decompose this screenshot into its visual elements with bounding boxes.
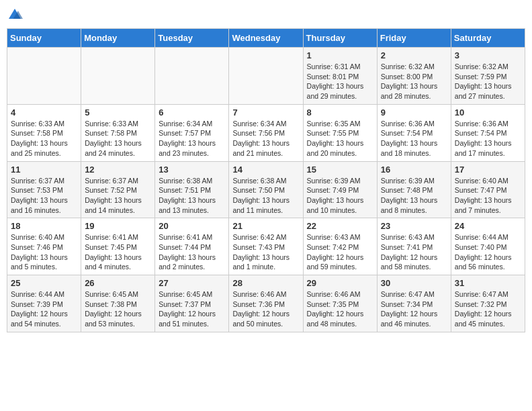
day-number: 27 — [159, 278, 225, 288]
calendar-cell: 3Sunrise: 6:32 AM Sunset: 7:59 PM Daylig… — [451, 48, 525, 105]
calendar-cell — [7, 48, 81, 105]
calendar-cell: 22Sunrise: 6:43 AM Sunset: 7:42 PM Dayli… — [303, 218, 377, 275]
day-number: 22 — [307, 221, 373, 231]
day-info: Sunrise: 6:38 AM Sunset: 7:51 PM Dayligh… — [159, 176, 225, 216]
day-number: 16 — [381, 165, 447, 175]
calendar-week-row: 11Sunrise: 6:37 AM Sunset: 7:53 PM Dayli… — [7, 161, 525, 218]
calendar-cell: 7Sunrise: 6:34 AM Sunset: 7:56 PM Daylig… — [229, 104, 303, 161]
day-info: Sunrise: 6:46 AM Sunset: 7:35 PM Dayligh… — [307, 289, 373, 329]
day-number: 5 — [85, 107, 151, 118]
day-number: 25 — [11, 278, 77, 288]
day-number: 2 — [381, 50, 447, 60]
day-number: 20 — [159, 221, 225, 231]
day-number: 11 — [11, 165, 77, 175]
calendar-cell: 13Sunrise: 6:38 AM Sunset: 7:51 PM Dayli… — [155, 161, 229, 218]
weekday-header-thursday: Thursday — [303, 29, 377, 48]
day-number: 6 — [159, 107, 225, 118]
calendar-cell — [229, 48, 303, 105]
calendar-cell: 26Sunrise: 6:45 AM Sunset: 7:38 PM Dayli… — [81, 275, 155, 332]
calendar-cell: 16Sunrise: 6:39 AM Sunset: 7:48 PM Dayli… — [377, 161, 451, 218]
day-number: 24 — [455, 221, 521, 231]
day-number: 13 — [159, 165, 225, 175]
day-info: Sunrise: 6:32 AM Sunset: 8:00 PM Dayligh… — [381, 62, 447, 101]
calendar-cell: 15Sunrise: 6:39 AM Sunset: 7:49 PM Dayli… — [303, 161, 377, 218]
calendar-week-row: 1Sunrise: 6:31 AM Sunset: 8:01 PM Daylig… — [7, 48, 525, 105]
day-number: 17 — [455, 165, 521, 175]
day-info: Sunrise: 6:33 AM Sunset: 7:58 PM Dayligh… — [11, 119, 77, 158]
weekday-header-sunday: Sunday — [7, 29, 81, 48]
day-info: Sunrise: 6:38 AM Sunset: 7:50 PM Dayligh… — [232, 176, 299, 216]
day-number: 21 — [232, 221, 299, 231]
day-info: Sunrise: 6:32 AM Sunset: 7:59 PM Dayligh… — [455, 62, 521, 101]
day-number: 3 — [455, 50, 521, 60]
day-info: Sunrise: 6:45 AM Sunset: 7:38 PM Dayligh… — [85, 289, 151, 329]
day-number: 4 — [11, 107, 77, 118]
day-number: 15 — [307, 165, 373, 175]
day-number: 9 — [381, 107, 447, 118]
day-number: 26 — [85, 278, 151, 288]
calendar-cell: 21Sunrise: 6:42 AM Sunset: 7:43 PM Dayli… — [229, 218, 303, 275]
day-info: Sunrise: 6:39 AM Sunset: 7:49 PM Dayligh… — [307, 176, 373, 216]
day-info: Sunrise: 6:37 AM Sunset: 7:52 PM Dayligh… — [85, 176, 151, 216]
day-info: Sunrise: 6:40 AM Sunset: 7:47 PM Dayligh… — [455, 176, 521, 216]
calendar-cell: 4Sunrise: 6:33 AM Sunset: 7:58 PM Daylig… — [7, 104, 81, 161]
day-number: 14 — [232, 165, 299, 175]
logo-icon — [7, 7, 23, 23]
calendar-cell: 17Sunrise: 6:40 AM Sunset: 7:47 PM Dayli… — [451, 161, 525, 218]
calendar-cell: 14Sunrise: 6:38 AM Sunset: 7:50 PM Dayli… — [229, 161, 303, 218]
calendar-cell — [155, 48, 229, 105]
day-number: 30 — [381, 278, 447, 288]
calendar-cell: 11Sunrise: 6:37 AM Sunset: 7:53 PM Dayli… — [7, 161, 81, 218]
day-info: Sunrise: 6:41 AM Sunset: 7:45 PM Dayligh… — [85, 232, 151, 272]
calendar-cell — [81, 48, 155, 105]
day-number: 31 — [455, 278, 521, 288]
weekday-header-wednesday: Wednesday — [229, 29, 303, 48]
calendar-cell: 2Sunrise: 6:32 AM Sunset: 8:00 PM Daylig… — [377, 48, 451, 105]
calendar-cell: 1Sunrise: 6:31 AM Sunset: 8:01 PM Daylig… — [303, 48, 377, 105]
day-info: Sunrise: 6:35 AM Sunset: 7:55 PM Dayligh… — [307, 119, 373, 158]
calendar-cell: 5Sunrise: 6:33 AM Sunset: 7:58 PM Daylig… — [81, 104, 155, 161]
day-number: 1 — [307, 50, 373, 60]
calendar-cell: 6Sunrise: 6:34 AM Sunset: 7:57 PM Daylig… — [155, 104, 229, 161]
day-info: Sunrise: 6:39 AM Sunset: 7:48 PM Dayligh… — [381, 176, 447, 216]
day-info: Sunrise: 6:31 AM Sunset: 8:01 PM Dayligh… — [307, 62, 373, 101]
calendar-cell: 30Sunrise: 6:47 AM Sunset: 7:34 PM Dayli… — [377, 275, 451, 332]
calendar-cell: 29Sunrise: 6:46 AM Sunset: 7:35 PM Dayli… — [303, 275, 377, 332]
day-number: 18 — [11, 221, 77, 231]
calendar-cell: 31Sunrise: 6:47 AM Sunset: 7:32 PM Dayli… — [451, 275, 525, 332]
day-number: 7 — [232, 107, 299, 118]
calendar-week-row: 18Sunrise: 6:40 AM Sunset: 7:46 PM Dayli… — [7, 218, 525, 275]
calendar-week-row: 4Sunrise: 6:33 AM Sunset: 7:58 PM Daylig… — [7, 104, 525, 161]
day-number: 10 — [455, 107, 521, 118]
day-info: Sunrise: 6:37 AM Sunset: 7:53 PM Dayligh… — [11, 176, 77, 216]
calendar-cell: 10Sunrise: 6:36 AM Sunset: 7:54 PM Dayli… — [451, 104, 525, 161]
day-number: 28 — [232, 278, 299, 288]
day-info: Sunrise: 6:40 AM Sunset: 7:46 PM Dayligh… — [11, 232, 77, 272]
day-number: 19 — [85, 221, 151, 231]
day-number: 23 — [381, 221, 447, 231]
day-info: Sunrise: 6:47 AM Sunset: 7:34 PM Dayligh… — [381, 289, 447, 329]
calendar-cell: 25Sunrise: 6:44 AM Sunset: 7:39 PM Dayli… — [7, 275, 81, 332]
calendar-table: SundayMondayTuesdayWednesdayThursdayFrid… — [7, 28, 525, 332]
page-header — [7, 7, 525, 23]
logo — [7, 7, 26, 23]
day-info: Sunrise: 6:42 AM Sunset: 7:43 PM Dayligh… — [232, 232, 299, 272]
weekday-header-saturday: Saturday — [451, 29, 525, 48]
calendar-cell: 9Sunrise: 6:36 AM Sunset: 7:54 PM Daylig… — [377, 104, 451, 161]
calendar-cell: 12Sunrise: 6:37 AM Sunset: 7:52 PM Dayli… — [81, 161, 155, 218]
calendar-cell: 24Sunrise: 6:44 AM Sunset: 7:40 PM Dayli… — [451, 218, 525, 275]
day-number: 8 — [307, 107, 373, 118]
calendar-week-row: 25Sunrise: 6:44 AM Sunset: 7:39 PM Dayli… — [7, 275, 525, 332]
day-info: Sunrise: 6:36 AM Sunset: 7:54 PM Dayligh… — [381, 119, 447, 158]
day-info: Sunrise: 6:45 AM Sunset: 7:37 PM Dayligh… — [159, 289, 225, 329]
weekday-header-tuesday: Tuesday — [155, 29, 229, 48]
calendar-cell: 18Sunrise: 6:40 AM Sunset: 7:46 PM Dayli… — [7, 218, 81, 275]
day-info: Sunrise: 6:41 AM Sunset: 7:44 PM Dayligh… — [159, 232, 225, 272]
day-info: Sunrise: 6:44 AM Sunset: 7:39 PM Dayligh… — [11, 289, 77, 329]
day-info: Sunrise: 6:44 AM Sunset: 7:40 PM Dayligh… — [455, 232, 521, 272]
weekday-header-friday: Friday — [377, 29, 451, 48]
day-number: 12 — [85, 165, 151, 175]
day-info: Sunrise: 6:33 AM Sunset: 7:58 PM Dayligh… — [85, 119, 151, 158]
day-info: Sunrise: 6:46 AM Sunset: 7:36 PM Dayligh… — [232, 289, 299, 329]
calendar-cell: 8Sunrise: 6:35 AM Sunset: 7:55 PM Daylig… — [303, 104, 377, 161]
